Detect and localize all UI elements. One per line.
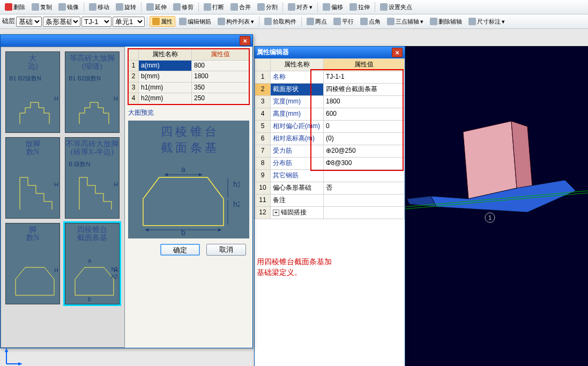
merge-button[interactable]: 合并: [228, 2, 254, 12]
prop-name: 偏心条形基础: [271, 182, 324, 195]
property-table[interactable]: 属性名称属性值 1名称TJ-1-12截面形状四棱锥台截面条基3宽度(mm)180…: [255, 58, 405, 219]
prop-value[interactable]: 1800: [324, 96, 405, 108]
dim-row[interactable]: 2b(mm)1800: [129, 71, 249, 83]
thumbnail-list[interactable]: 大 边)B1 B2级数NH等高砖大放脚 (缩缝)B1 B2级数NH放脚 数NH不…: [1, 47, 125, 348]
dim-val[interactable]: 250: [192, 93, 249, 104]
dim-row[interactable]: 4h2(mm)250: [129, 93, 249, 104]
property-row[interactable]: 9其它钢筋: [255, 170, 405, 182]
split-icon: [257, 3, 265, 11]
offset-button[interactable]: 偏移: [320, 2, 346, 12]
copy-button[interactable]: 复制: [29, 2, 55, 12]
prop-name: 受力筋: [271, 145, 324, 158]
setgrip-button[interactable]: 设置夹点: [377, 2, 415, 12]
dim-name: b(mm): [139, 71, 192, 82]
dimnote-button[interactable]: 尺寸标注 ▾: [466, 16, 508, 27]
mirror-button[interactable]: 镜像: [56, 2, 81, 12]
prop-value[interactable]: TJ-1-1: [324, 71, 405, 84]
break-button[interactable]: 打断: [201, 2, 227, 12]
property-editor-dialog: 属性编辑器 ✕ 属性名称属性值 1名称TJ-1-12截面形状四棱锥台截面条基3宽…: [254, 46, 405, 366]
prop-value[interactable]: [324, 195, 405, 207]
svg-marker-18: [145, 228, 148, 231]
trim-icon: [173, 3, 181, 11]
split-button[interactable]: 分割: [255, 2, 280, 12]
shape-thumb[interactable]: 不等高砖大放脚 (砖厚X-半边)B 级数NH: [65, 137, 120, 219]
align-button[interactable]: 对齐 ▾: [285, 2, 315, 12]
dimension-grid[interactable]: 属性名称 属性值 1a(mm)8002b(mm)18003h1(mm)3504h…: [128, 49, 249, 104]
property-row[interactable]: 12+锚固搭接: [255, 207, 405, 219]
property-row[interactable]: 2截面形状四棱锥台截面条基: [255, 84, 405, 96]
expand-icon[interactable]: +: [273, 210, 279, 216]
shape-thumb[interactable]: 脚 数NH: [5, 223, 60, 304]
prop-name: 分布筋: [271, 158, 324, 170]
parallel-icon: [333, 18, 341, 25]
svg-marker-23: [18, 362, 23, 365]
stretch-button[interactable]: 拉伸: [347, 2, 373, 12]
prop-value[interactable]: (0): [324, 133, 405, 145]
shape-thumb[interactable]: 大 边)B1 B2级数NH: [5, 51, 60, 133]
prop-value[interactable]: ⊕20@250: [324, 145, 405, 158]
delete-icon: [5, 3, 12, 11]
shape-thumb[interactable]: 四棱锥台 截面条基Hah1h2b: [65, 223, 120, 304]
prop-value[interactable]: 否: [324, 182, 405, 195]
property-row[interactable]: 7受力筋⊕20@250: [255, 145, 405, 158]
layer-label: 础层: [2, 17, 15, 26]
break-icon: [204, 3, 211, 11]
item-select[interactable]: TJ-1: [81, 17, 111, 27]
cancel-button[interactable]: 取消: [206, 244, 246, 256]
property-row[interactable]: 3宽度(mm)1800: [255, 96, 405, 108]
dim-val[interactable]: 1800: [192, 71, 249, 82]
unit-select[interactable]: 单元1: [113, 17, 145, 27]
prop-value[interactable]: 600: [324, 108, 405, 121]
property-row[interactable]: 11备注: [255, 195, 405, 207]
prop-value[interactable]: Φ8@300: [324, 158, 405, 170]
type-select[interactable]: 条形基础: [43, 17, 80, 27]
close-icon[interactable]: ✕: [240, 36, 250, 46]
offset-icon: [323, 3, 330, 11]
delaxis-button[interactable]: 删除辅轴: [427, 16, 465, 27]
move-button[interactable]: 移动: [86, 2, 112, 12]
angle-icon: [360, 18, 368, 25]
property-row[interactable]: 4高度(mm)600: [255, 108, 405, 121]
ok-button[interactable]: 确定: [160, 244, 200, 256]
pickangle-button[interactable]: 点角: [358, 16, 383, 27]
trim-button[interactable]: 修剪: [170, 2, 196, 12]
mirror-icon: [58, 3, 66, 11]
prop-name: 其它钢筋: [271, 170, 324, 182]
threept-button[interactable]: 三点辅轴 ▾: [384, 16, 426, 27]
shape-thumb[interactable]: 放脚 数NH: [5, 137, 60, 219]
twopt-button[interactable]: 两点: [304, 16, 330, 27]
extend-button[interactable]: 延伸: [144, 2, 169, 12]
dim-val[interactable]: 800: [192, 61, 249, 71]
parallel-button[interactable]: 平行: [331, 16, 356, 27]
rotate-icon: [116, 3, 123, 11]
shape-thumb[interactable]: 等高砖大放脚 (缩缝)B1 B2级数NH: [65, 51, 120, 133]
dim-row[interactable]: 1a(mm)800: [129, 61, 249, 72]
delete-button[interactable]: 删除: [2, 2, 28, 12]
prop-value[interactable]: 四棱锥台截面条基: [324, 84, 405, 96]
property-row[interactable]: 10偏心条形基础否: [255, 182, 405, 195]
prop-name: 高度(mm): [271, 108, 324, 121]
rotate-button[interactable]: 旋转: [113, 2, 139, 12]
property-row[interactable]: 8分布筋Φ8@300: [255, 158, 405, 170]
property-row[interactable]: 1名称TJ-1-1: [255, 71, 405, 84]
attr-button[interactable]: 属性: [150, 16, 175, 27]
prop-value[interactable]: 0: [324, 121, 405, 133]
prop-value[interactable]: [324, 207, 405, 219]
pick-button[interactable]: 拾取构件: [262, 16, 299, 27]
prop-value[interactable]: [324, 170, 405, 182]
layer-select[interactable]: 基础: [16, 17, 42, 27]
property-row[interactable]: 5相对偏心距(mm)0: [255, 121, 405, 133]
viewport-3d[interactable]: 1: [404, 46, 588, 366]
property-editor-title[interactable]: 属性编辑器 ✕: [255, 47, 405, 58]
property-row[interactable]: 6相对底标高(m)(0): [255, 133, 405, 145]
dim-row[interactable]: 3h1(mm)350: [129, 83, 249, 94]
componentlist-button[interactable]: 构件列表 ▾: [215, 16, 257, 27]
dim-val[interactable]: 350: [192, 83, 249, 93]
close-icon[interactable]: ✕: [392, 48, 403, 57]
merge-icon: [230, 3, 238, 11]
prop-name: 名称: [271, 71, 324, 84]
shape-picker-title[interactable]: ✕: [1, 35, 252, 47]
twopt-icon: [307, 18, 314, 25]
editrebar-button[interactable]: 编辑钢筋: [176, 16, 214, 27]
extend-icon: [146, 3, 154, 11]
